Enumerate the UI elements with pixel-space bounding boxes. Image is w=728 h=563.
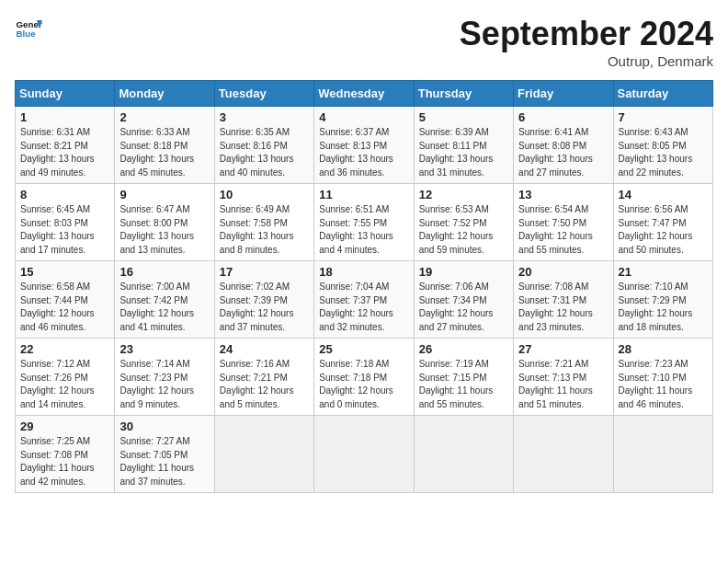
day-detail: Sunrise: 6:37 AM Sunset: 8:13 PM Dayligh… — [319, 126, 408, 179]
calendar-cell — [514, 416, 613, 493]
calendar-cell: 16Sunrise: 7:00 AM Sunset: 7:42 PM Dayli… — [115, 261, 214, 339]
day-number: 9 — [119, 188, 209, 201]
calendar-week-row: 15Sunrise: 6:58 AM Sunset: 7:44 PM Dayli… — [16, 261, 713, 339]
day-detail: Sunrise: 7:10 AM Sunset: 7:29 PM Dayligh… — [619, 281, 708, 334]
day-header: Wednesday — [314, 81, 414, 107]
calendar-week-row: 22Sunrise: 7:12 AM Sunset: 7:26 PM Dayli… — [16, 339, 713, 416]
day-number: 7 — [619, 110, 708, 124]
day-number: 11 — [319, 188, 408, 201]
day-detail: Sunrise: 7:25 AM Sunset: 7:08 PM Dayligh… — [20, 435, 109, 488]
calendar-cell: 12Sunrise: 6:53 AM Sunset: 7:52 PM Dayli… — [414, 184, 513, 261]
day-number: 6 — [518, 110, 608, 124]
calendar-cell: 7Sunrise: 6:43 AM Sunset: 8:05 PM Daylig… — [613, 107, 712, 184]
day-number: 8 — [20, 188, 109, 201]
day-detail: Sunrise: 6:43 AM Sunset: 8:05 PM Dayligh… — [619, 126, 708, 179]
day-number: 17 — [220, 265, 309, 279]
calendar-cell: 2Sunrise: 6:33 AM Sunset: 8:18 PM Daylig… — [115, 107, 214, 184]
day-detail: Sunrise: 6:51 AM Sunset: 7:55 PM Dayligh… — [319, 203, 408, 257]
day-number: 24 — [220, 342, 309, 356]
calendar-cell: 4Sunrise: 6:37 AM Sunset: 8:13 PM Daylig… — [314, 107, 414, 184]
calendar-cell: 8Sunrise: 6:45 AM Sunset: 8:03 PM Daylig… — [16, 184, 115, 261]
day-number: 25 — [319, 342, 408, 356]
calendar-cell: 23Sunrise: 7:14 AM Sunset: 7:23 PM Dayli… — [115, 339, 214, 416]
header-row: SundayMondayTuesdayWednesdayThursdayFrid… — [16, 81, 713, 107]
logo-icon: General Blue — [15, 15, 42, 42]
calendar-cell: 6Sunrise: 6:41 AM Sunset: 8:08 PM Daylig… — [514, 107, 613, 184]
calendar-cell: 10Sunrise: 6:49 AM Sunset: 7:58 PM Dayli… — [214, 184, 313, 261]
day-detail: Sunrise: 7:14 AM Sunset: 7:23 PM Dayligh… — [119, 358, 209, 411]
calendar-table: SundayMondayTuesdayWednesdayThursdayFrid… — [15, 80, 713, 493]
calendar-cell: 17Sunrise: 7:02 AM Sunset: 7:39 PM Dayli… — [214, 261, 313, 339]
calendar-cell: 1Sunrise: 6:31 AM Sunset: 8:21 PM Daylig… — [16, 107, 115, 184]
day-number: 2 — [119, 110, 209, 124]
day-detail: Sunrise: 7:23 AM Sunset: 7:10 PM Dayligh… — [619, 358, 708, 411]
day-detail: Sunrise: 6:31 AM Sunset: 8:21 PM Dayligh… — [20, 126, 109, 179]
day-detail: Sunrise: 6:58 AM Sunset: 7:44 PM Dayligh… — [20, 281, 109, 334]
day-number: 21 — [619, 265, 708, 279]
day-number: 22 — [20, 342, 109, 356]
calendar-cell: 11Sunrise: 6:51 AM Sunset: 7:55 PM Dayli… — [314, 184, 414, 261]
header: General Blue September 2024 Outrup, Denm… — [15, 15, 713, 69]
calendar-subtitle: Outrup, Denmark — [460, 53, 713, 69]
day-number: 19 — [419, 265, 508, 279]
day-header: Monday — [115, 81, 214, 107]
day-header: Sunday — [16, 81, 115, 107]
calendar-cell: 26Sunrise: 7:19 AM Sunset: 7:15 PM Dayli… — [414, 339, 513, 416]
day-detail: Sunrise: 7:12 AM Sunset: 7:26 PM Dayligh… — [20, 358, 109, 411]
calendar-cell: 27Sunrise: 7:21 AM Sunset: 7:13 PM Dayli… — [514, 339, 613, 416]
calendar-cell: 24Sunrise: 7:16 AM Sunset: 7:21 PM Dayli… — [214, 339, 313, 416]
day-detail: Sunrise: 7:04 AM Sunset: 7:37 PM Dayligh… — [319, 281, 408, 334]
calendar-cell: 30Sunrise: 7:27 AM Sunset: 7:05 PM Dayli… — [115, 416, 214, 493]
calendar-week-row: 29Sunrise: 7:25 AM Sunset: 7:08 PM Dayli… — [16, 416, 713, 493]
logo: General Blue — [15, 15, 42, 42]
day-number: 5 — [419, 110, 508, 124]
calendar-week-row: 8Sunrise: 6:45 AM Sunset: 8:03 PM Daylig… — [16, 184, 713, 261]
day-detail: Sunrise: 6:56 AM Sunset: 7:47 PM Dayligh… — [619, 203, 708, 257]
calendar-cell: 14Sunrise: 6:56 AM Sunset: 7:47 PM Dayli… — [613, 184, 712, 261]
day-number: 27 — [518, 342, 608, 356]
calendar-cell: 25Sunrise: 7:18 AM Sunset: 7:18 PM Dayli… — [314, 339, 414, 416]
calendar-week-row: 1Sunrise: 6:31 AM Sunset: 8:21 PM Daylig… — [16, 107, 713, 184]
day-detail: Sunrise: 7:18 AM Sunset: 7:18 PM Dayligh… — [319, 358, 408, 411]
day-number: 20 — [518, 265, 608, 279]
calendar-cell — [214, 416, 313, 493]
day-header: Tuesday — [214, 81, 313, 107]
calendar-cell: 21Sunrise: 7:10 AM Sunset: 7:29 PM Dayli… — [613, 261, 712, 339]
calendar-cell: 20Sunrise: 7:08 AM Sunset: 7:31 PM Dayli… — [514, 261, 613, 339]
day-detail: Sunrise: 6:35 AM Sunset: 8:16 PM Dayligh… — [220, 126, 309, 179]
day-number: 13 — [518, 188, 608, 201]
calendar-cell: 9Sunrise: 6:47 AM Sunset: 8:00 PM Daylig… — [115, 184, 214, 261]
day-detail: Sunrise: 6:33 AM Sunset: 8:18 PM Dayligh… — [119, 126, 209, 179]
day-number: 23 — [119, 342, 209, 356]
day-number: 10 — [220, 188, 309, 201]
day-header: Thursday — [414, 81, 513, 107]
day-number: 14 — [619, 188, 708, 201]
day-number: 30 — [119, 419, 209, 433]
day-number: 4 — [319, 110, 408, 124]
day-detail: Sunrise: 7:16 AM Sunset: 7:21 PM Dayligh… — [220, 358, 309, 411]
day-number: 28 — [619, 342, 708, 356]
day-detail: Sunrise: 7:21 AM Sunset: 7:13 PM Dayligh… — [518, 358, 608, 411]
day-detail: Sunrise: 6:45 AM Sunset: 8:03 PM Dayligh… — [20, 203, 109, 257]
day-number: 3 — [220, 110, 309, 124]
day-number: 29 — [20, 419, 109, 433]
title-area: September 2024 Outrup, Denmark — [460, 15, 713, 69]
day-number: 18 — [319, 265, 408, 279]
day-detail: Sunrise: 7:06 AM Sunset: 7:34 PM Dayligh… — [419, 281, 508, 334]
day-detail: Sunrise: 7:08 AM Sunset: 7:31 PM Dayligh… — [518, 281, 608, 334]
day-number: 15 — [20, 265, 109, 279]
calendar-cell: 18Sunrise: 7:04 AM Sunset: 7:37 PM Dayli… — [314, 261, 414, 339]
day-detail: Sunrise: 6:54 AM Sunset: 7:50 PM Dayligh… — [518, 203, 608, 257]
day-number: 12 — [419, 188, 508, 201]
day-detail: Sunrise: 6:47 AM Sunset: 8:00 PM Dayligh… — [119, 203, 209, 257]
calendar-cell: 13Sunrise: 6:54 AM Sunset: 7:50 PM Dayli… — [514, 184, 613, 261]
day-detail: Sunrise: 7:00 AM Sunset: 7:42 PM Dayligh… — [119, 281, 209, 334]
calendar-cell — [613, 416, 712, 493]
calendar-cell: 19Sunrise: 7:06 AM Sunset: 7:34 PM Dayli… — [414, 261, 513, 339]
day-detail: Sunrise: 7:27 AM Sunset: 7:05 PM Dayligh… — [119, 435, 209, 488]
calendar-cell: 15Sunrise: 6:58 AM Sunset: 7:44 PM Dayli… — [16, 261, 115, 339]
calendar-cell — [414, 416, 513, 493]
calendar-cell: 22Sunrise: 7:12 AM Sunset: 7:26 PM Dayli… — [16, 339, 115, 416]
calendar-cell: 3Sunrise: 6:35 AM Sunset: 8:16 PM Daylig… — [214, 107, 313, 184]
day-number: 1 — [20, 110, 109, 124]
